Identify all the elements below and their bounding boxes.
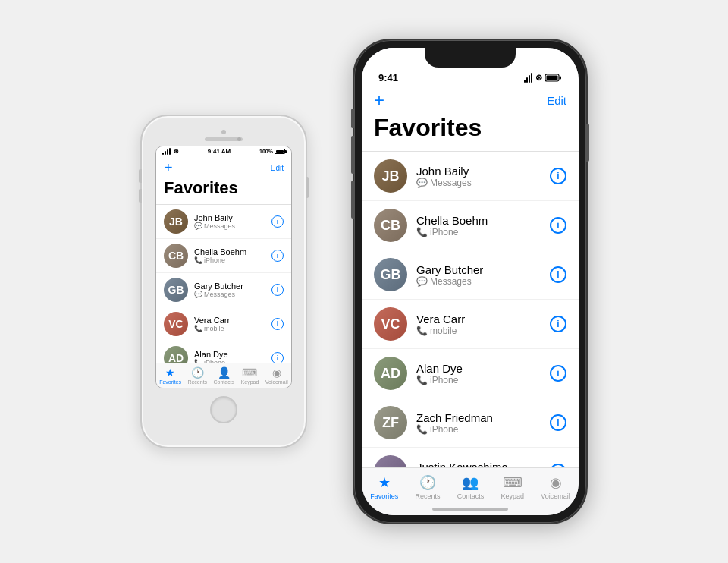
contact-name: Chella Boehm <box>416 214 541 227</box>
contact-name: Vera Carr <box>416 313 541 326</box>
avatar: CB <box>374 209 407 242</box>
battery-pct-old: 100% <box>259 149 273 154</box>
battery-new-icon <box>545 74 562 82</box>
info-button[interactable]: i <box>550 316 566 332</box>
contact-type: 📞 iPhone <box>194 256 265 264</box>
info-button[interactable]: i <box>271 284 284 296</box>
new-iphone: 9:41 ⊛ <box>353 39 588 524</box>
info-button[interactable]: i <box>271 250 284 262</box>
contact-info: Chella Boehm 📞 iPhone <box>194 247 265 264</box>
mute-button-new[interactable] <box>351 109 354 128</box>
tab-item[interactable]: 👤 Contacts <box>214 366 235 385</box>
contact-info: Gary Butcher 💬 Messages <box>194 282 265 298</box>
list-item[interactable]: GB Gary Butcher 💬 Messages i <box>156 273 291 307</box>
list-item[interactable]: VC Vera Carr 📞 mobile i <box>156 307 291 341</box>
info-button[interactable]: i <box>271 318 284 330</box>
power-button-new[interactable] <box>586 124 589 162</box>
nav-bar-old: + Edit Favorites <box>156 156 291 205</box>
tab-item[interactable]: 🕐 Recents <box>187 366 207 385</box>
contact-type: 💬 Messages <box>194 291 265 298</box>
home-button-old[interactable] <box>210 396 237 423</box>
signal-bar-n1 <box>524 80 526 83</box>
avatar: VC <box>374 307 407 341</box>
tab-item[interactable]: ◉ Voicemail <box>541 474 570 500</box>
list-item[interactable]: CB Chella Boehm 📞 iPhone i <box>362 201 579 250</box>
tab-icon: ★ <box>165 366 175 379</box>
vol-up-new[interactable] <box>351 136 354 174</box>
ios-screen-new: 9:41 ⊛ <box>362 48 579 515</box>
contact-info: Chella Boehm 📞 iPhone <box>416 214 541 237</box>
tab-icon: ◉ <box>272 366 281 379</box>
info-button[interactable]: i <box>271 215 284 228</box>
phone-icon: 📞 <box>416 326 428 336</box>
tab-label: Keypad <box>241 379 259 385</box>
tab-icon: ⌨ <box>503 474 522 491</box>
message-icon: 💬 <box>416 178 428 188</box>
tab-item[interactable]: ◉ Voicemail <box>265 366 288 385</box>
contact-name: John Baily <box>194 213 265 222</box>
nav-bar-row: + Edit <box>164 159 284 177</box>
contact-name: Chella Boehm <box>194 247 265 256</box>
contact-info: Justin Kawashima 📞 work <box>416 461 541 468</box>
contact-type: 📞 iPhone <box>416 227 541 237</box>
list-item[interactable]: JB John Baily 💬 Messages i <box>362 152 579 201</box>
info-button[interactable]: i <box>550 168 566 184</box>
list-item[interactable]: AD Alan Dye 📞 iPhone i <box>156 341 291 363</box>
tab-item[interactable]: ★ Favorites <box>370 474 398 500</box>
list-item[interactable]: JB John Baily 💬 Messages i <box>156 205 291 239</box>
contact-name: Zach Friedman <box>416 411 541 424</box>
phone-icon: 📞 <box>194 325 202 332</box>
info-button[interactable]: i <box>550 217 566 234</box>
list-item[interactable]: CB Chella Boehm 📞 iPhone i <box>156 239 291 273</box>
tab-label: Recents <box>415 492 440 500</box>
info-button[interactable]: i <box>550 414 566 431</box>
status-right: ⊛ <box>524 73 562 83</box>
signal-bars-new <box>524 73 532 83</box>
add-button-old[interactable]: + <box>164 159 173 177</box>
list-item[interactable]: JK Justin Kawashima 📞 work i <box>362 448 579 467</box>
info-button[interactable]: i <box>550 266 566 283</box>
phone-icon: 📞 <box>416 227 428 237</box>
edit-button-old[interactable]: Edit <box>271 164 284 172</box>
battery-old: 100% <box>259 149 285 154</box>
contact-list-old: JB John Baily 💬 Messages i CB Chella Boe… <box>156 205 291 363</box>
status-bar-old: ⊛ 9:41 AM 100% <box>156 146 291 156</box>
message-icon: 💬 <box>416 276 428 287</box>
avatar: JB <box>374 159 407 193</box>
info-button[interactable]: i <box>550 365 566 382</box>
add-button-new[interactable]: + <box>374 90 384 111</box>
tab-item[interactable]: ⌨ Keypad <box>501 474 525 500</box>
tab-item[interactable]: 🕐 Recents <box>415 474 440 500</box>
signal-bar-4 <box>169 148 171 155</box>
tab-item[interactable]: ⌨ Keypad <box>241 366 259 385</box>
wifi-new: ⊛ <box>535 73 542 83</box>
contact-info: John Baily 💬 Messages <box>194 213 265 230</box>
contact-type: 💬 Messages <box>416 178 541 188</box>
vol-up-button[interactable] <box>139 169 142 183</box>
contact-name: Gary Butcher <box>194 282 265 291</box>
tab-item[interactable]: ★ Favorites <box>159 366 181 385</box>
contact-info: John Baily 💬 Messages <box>416 165 541 188</box>
contact-info: Alan Dye 📞 iPhone <box>416 362 541 385</box>
list-item[interactable]: VC Vera Carr 📞 mobile i <box>362 300 579 349</box>
info-button[interactable]: i <box>271 352 284 363</box>
list-item[interactable]: AD Alan Dye 📞 iPhone i <box>362 349 579 398</box>
power-button[interactable] <box>306 177 309 198</box>
contact-type: 📞 iPhone <box>416 375 541 385</box>
battery-icon-old <box>275 149 285 154</box>
page-title-new: Favorites <box>374 111 566 145</box>
list-item[interactable]: ZF Zach Friedman 📞 iPhone i <box>362 398 579 448</box>
phone-icon: 📞 <box>194 256 202 264</box>
avatar: GB <box>374 258 407 291</box>
old-screen: ⊛ 9:41 AM 100% + Edit Favorites <box>155 146 292 388</box>
edit-button-new[interactable]: Edit <box>547 94 566 107</box>
contact-name: Alan Dye <box>194 350 265 359</box>
signal-area: ⊛ <box>162 148 179 155</box>
tab-item[interactable]: 👥 Contacts <box>457 474 485 500</box>
vol-down-button[interactable] <box>139 189 142 203</box>
signal-bar-n3 <box>529 75 530 83</box>
message-icon: 💬 <box>194 291 202 298</box>
signal-bar-1 <box>162 153 164 155</box>
list-item[interactable]: GB Gary Butcher 💬 Messages i <box>362 250 579 300</box>
vol-down-new[interactable] <box>351 181 354 219</box>
